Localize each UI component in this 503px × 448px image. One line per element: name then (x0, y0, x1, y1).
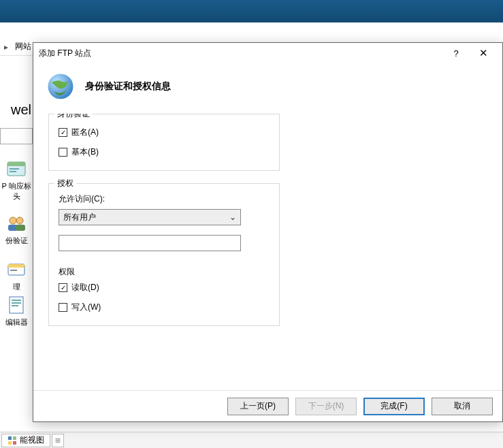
svg-rect-13 (12, 302, 21, 304)
cancel-button[interactable]: 取消 (432, 398, 493, 415)
svg-rect-1 (7, 162, 25, 166)
checkbox-icon[interactable]: ✓ (59, 283, 67, 292)
svg-rect-14 (12, 305, 18, 306)
svg-rect-18 (13, 441, 16, 445)
svg-rect-19 (56, 438, 61, 439)
svg-rect-7 (16, 225, 25, 231)
auth-icon (5, 212, 27, 234)
svg-rect-17 (8, 441, 12, 445)
mgr-icon (5, 259, 27, 281)
help-button[interactable]: ? (442, 48, 470, 59)
page-title: wel (11, 102, 31, 118)
svg-rect-21 (56, 441, 61, 442)
checkbox-icon[interactable]: ✓ (59, 128, 67, 137)
svg-rect-2 (10, 168, 19, 170)
tab-features-view[interactable]: 能视图 (1, 434, 50, 447)
feature-item-editor[interactable]: 编辑器 (0, 294, 33, 327)
feature-label: 编辑器 (0, 317, 33, 327)
editor-icon (5, 294, 27, 316)
feature-label: 理 (0, 282, 33, 292)
permissions-block: 权限 ✓ 读取(D) 写入(W) (59, 266, 270, 313)
svg-rect-15 (8, 436, 12, 440)
next-button: 下一步(N) (295, 398, 357, 415)
tab-label: 能视图 (20, 434, 44, 446)
feature-item-mgr[interactable]: 理 (0, 259, 33, 292)
authorization-group: 授权 允许访问(C): 所有用户 ⌄ 权限 ✓ 读取(D) 写入(W) (48, 183, 280, 326)
previous-button[interactable]: 上一页(P) (227, 398, 289, 415)
dialog-body: 身份验证 ✓ 匿名(A) 基本(B) 授权 允许访问(C): 所有用户 ⌄ 权限… (33, 114, 502, 390)
checkbox-label: 匿名(A) (71, 127, 99, 138)
checkbox-icon[interactable] (59, 303, 67, 312)
dialog-title: 添加 FTP 站点 (39, 48, 91, 59)
allow-access-combo[interactable]: 所有用户 ⌄ (59, 209, 241, 225)
breadcrumb[interactable]: 网站 (12, 41, 34, 52)
filter-input[interactable] (0, 128, 33, 144)
anonymous-checkbox-row[interactable]: ✓ 匿名(A) (59, 127, 270, 138)
svg-rect-10 (10, 270, 17, 271)
svg-rect-3 (10, 171, 16, 172)
svg-point-4 (10, 217, 16, 224)
svg-rect-9 (8, 264, 25, 268)
finish-button[interactable]: 完成(F) (363, 398, 425, 415)
grid-icon (7, 436, 17, 445)
feature-item-response-headers[interactable]: P 响应标头 (0, 158, 33, 202)
combo-value: 所有用户 (63, 212, 96, 223)
tab-content-view[interactable] (52, 434, 64, 447)
checkbox-label: 写入(W) (71, 302, 101, 313)
authorization-text-input[interactable] (59, 235, 241, 251)
group-legend: 授权 (54, 178, 76, 189)
response-headers-icon (5, 158, 27, 180)
list-icon (55, 436, 61, 445)
allow-access-label: 允许访问(C): (59, 193, 270, 205)
checkbox-label: 基本(B) (71, 146, 99, 158)
footer-tabs: 能视图 (0, 432, 503, 448)
dialog-titlebar[interactable]: 添加 FTP 站点 ? ✕ (33, 43, 502, 63)
basic-checkbox-row[interactable]: 基本(B) (59, 146, 270, 158)
close-button[interactable]: ✕ (470, 47, 497, 59)
read-checkbox-row[interactable]: ✓ 读取(D) (59, 282, 270, 293)
svg-rect-12 (12, 300, 21, 301)
app-titlebar (0, 0, 503, 22)
chevron-right-icon[interactable]: ▸ (0, 42, 12, 52)
permissions-legend: 权限 (59, 266, 270, 278)
dialog-footer: 上一页(P) 下一步(N) 完成(F) 取消 (33, 390, 502, 421)
authentication-group: 身份验证 ✓ 匿名(A) 基本(B) (48, 114, 280, 171)
feature-label: P 响应标头 (0, 181, 33, 202)
dialog-header: 身份验证和授权信息 (33, 63, 502, 114)
checkbox-label: 读取(D) (71, 282, 99, 293)
svg-rect-16 (13, 436, 16, 440)
globe-icon (46, 71, 76, 101)
add-ftp-site-dialog: 添加 FTP 站点 ? ✕ 身份验证和授权信息 身份验证 ✓ 匿名(A) 基本(… (33, 42, 503, 422)
checkbox-icon[interactable] (59, 148, 67, 157)
chevron-down-icon: ⌄ (229, 212, 236, 222)
group-legend: 身份验证 (54, 114, 93, 120)
write-checkbox-row[interactable]: 写入(W) (59, 302, 270, 313)
feature-label: 份验证 (0, 236, 33, 246)
feature-item-auth[interactable]: 份验证 (0, 212, 33, 246)
svg-point-6 (16, 217, 23, 224)
dialog-step-title: 身份验证和授权信息 (85, 80, 171, 93)
svg-rect-20 (56, 440, 61, 441)
